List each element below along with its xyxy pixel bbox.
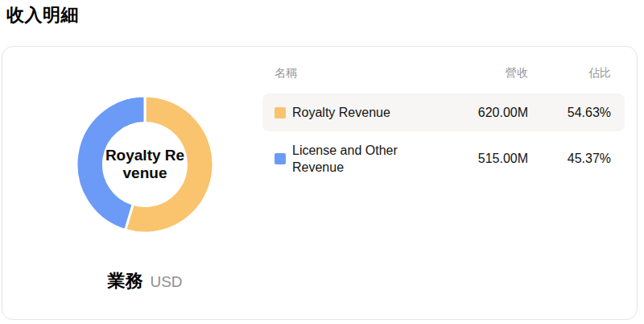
legend-table-header: 名稱 營收 佔比 <box>262 65 625 81</box>
row-revenue-value: 515.00M <box>440 152 528 166</box>
header-name: 名稱 <box>275 66 440 81</box>
page-title: 收入明細 <box>6 3 79 27</box>
table-row-license-and-other-revenue[interactable]: License and Other Revenue 515.00M 45.37% <box>262 139 625 177</box>
row-percent-value: 54.63% <box>528 106 611 120</box>
donut-svg <box>75 94 215 235</box>
row-name-label: License and Other Revenue <box>292 142 431 176</box>
row-percent-value: 45.37% <box>528 152 611 166</box>
donut-chart[interactable]: Royalty Re venue <box>75 94 215 235</box>
legend-swatch-blue <box>275 153 286 164</box>
header-revenue: 營收 <box>440 66 528 81</box>
row-name-label: Royalty Revenue <box>292 104 390 121</box>
legend-table: 名稱 營收 佔比 Royalty Revenue 620.00M 54.63% … <box>262 65 625 177</box>
revenue-breakdown-card: Royalty Re venue 業務USD 名稱 營收 佔比 Royalty … <box>2 46 638 320</box>
chart-currency-unit: USD <box>150 273 182 290</box>
header-percent: 佔比 <box>528 66 611 81</box>
table-row-royalty-revenue[interactable]: Royalty Revenue 620.00M 54.63% <box>262 93 625 131</box>
chart-footer: 業務USD <box>47 269 243 293</box>
row-revenue-value: 620.00M <box>440 106 528 120</box>
chart-series-name: 業務 <box>107 271 142 291</box>
legend-swatch-orange <box>275 107 286 118</box>
row-name-cell: Royalty Revenue <box>275 104 440 121</box>
row-name-cell: License and Other Revenue <box>275 142 440 176</box>
